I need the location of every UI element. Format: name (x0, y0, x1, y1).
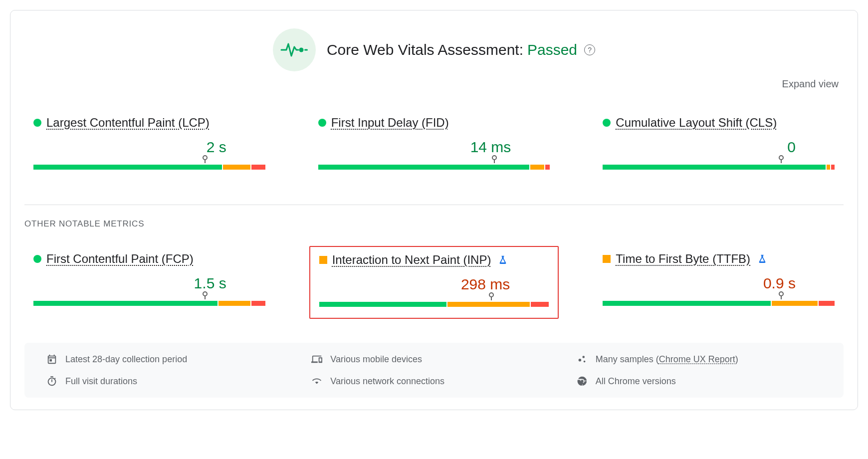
marker-icon (779, 291, 784, 296)
divider (24, 205, 844, 205)
metric-lcp-bar (33, 159, 265, 170)
scatter-icon (577, 354, 588, 365)
cwv-panel: Core Web Vitals Assessment: Passed ? Exp… (10, 10, 858, 410)
metric-lcp[interactable]: Largest Contentful Paint (LCP) 2 s (24, 110, 274, 181)
metric-cls-value: 0 (603, 139, 835, 156)
status-square-needs-improvement (319, 256, 327, 264)
network-icon (311, 376, 322, 387)
metric-fid-name: First Input Delay (FID) (331, 116, 449, 130)
metric-fid[interactable]: First Input Delay (FID) 14 ms (309, 110, 559, 181)
svg-point-0 (299, 48, 303, 52)
marker-icon (492, 155, 497, 160)
chrome-icon (577, 376, 588, 387)
devices-icon (311, 354, 322, 365)
metric-cls-name: Cumulative Layout Shift (CLS) (616, 116, 777, 130)
metric-cls-bar (603, 159, 835, 170)
svg-point-2 (578, 359, 581, 362)
pulse-icon (273, 28, 316, 71)
metric-fid-value: 14 ms (318, 139, 550, 156)
footer-chrome: All Chrome versions (577, 376, 822, 387)
marker-icon (489, 292, 494, 297)
status-dot-good (33, 255, 41, 263)
status-dot-good (33, 119, 41, 127)
experimental-flask-icon (757, 254, 767, 264)
stopwatch-icon (46, 376, 57, 387)
metric-fid-bar (318, 159, 550, 170)
experimental-flask-icon (498, 255, 508, 265)
footer-visit-durations: Full visit durations (46, 376, 291, 387)
status-dot-good (318, 119, 326, 127)
marker-icon (779, 155, 784, 160)
title-status: Passed (527, 41, 577, 58)
footer-samples: Many samples (Chrome UX Report) (577, 354, 822, 365)
status-dot-good (603, 119, 611, 127)
status-square-needs-improvement (603, 255, 611, 263)
metric-ttfb-value: 0.9 s (603, 275, 835, 292)
metric-inp-name: Interaction to Next Paint (INP) (332, 253, 491, 267)
calendar-icon (46, 354, 57, 365)
expand-view-link[interactable]: Expand view (24, 78, 844, 90)
metric-fcp-value: 1.5 s (33, 275, 265, 292)
metric-ttfb[interactable]: Time to First Byte (TTFB) 0.9 s (594, 246, 844, 319)
svg-rect-1 (304, 49, 308, 51)
metric-lcp-name: Largest Contentful Paint (LCP) (46, 116, 210, 130)
title-prefix: Core Web Vitals Assessment: (327, 41, 523, 58)
assessment-title: Core Web Vitals Assessment: Passed ? (327, 41, 595, 58)
metric-cls[interactable]: Cumulative Layout Shift (CLS) 0 (594, 110, 844, 181)
footer-collection-period: Latest 28-day collection period (46, 354, 291, 365)
help-icon[interactable]: ? (584, 44, 595, 55)
metric-fcp[interactable]: First Contentful Paint (FCP) 1.5 s (24, 246, 274, 319)
metric-ttfb-name: Time to First Byte (TTFB) (616, 252, 750, 266)
svg-point-4 (583, 361, 585, 363)
metric-inp-bar (319, 296, 549, 307)
other-metrics-grid: First Contentful Paint (FCP) 1.5 s Inter… (24, 246, 844, 319)
footer-network: Various network connections (311, 376, 556, 387)
metric-ttfb-bar (603, 295, 835, 306)
metric-lcp-value: 2 s (33, 139, 265, 156)
footer-mobile-devices: Various mobile devices (311, 354, 556, 365)
metric-inp-value: 298 ms (319, 276, 549, 293)
marker-icon (203, 155, 208, 160)
core-metrics-grid: Largest Contentful Paint (LCP) 2 s First… (24, 110, 844, 181)
assessment-header: Core Web Vitals Assessment: Passed ? (24, 28, 844, 71)
other-metrics-label: OTHER NOTABLE METRICS (24, 219, 844, 229)
metric-fcp-bar (33, 295, 265, 306)
marker-icon (203, 291, 208, 296)
metric-fcp-name: First Contentful Paint (FCP) (46, 252, 194, 266)
footer-info: Latest 28-day collection period Various … (24, 343, 844, 398)
crux-report-link[interactable]: Chrome UX Report (659, 354, 735, 364)
metric-inp[interactable]: Interaction to Next Paint (INP) 298 ms (309, 246, 559, 319)
svg-point-3 (582, 356, 585, 358)
